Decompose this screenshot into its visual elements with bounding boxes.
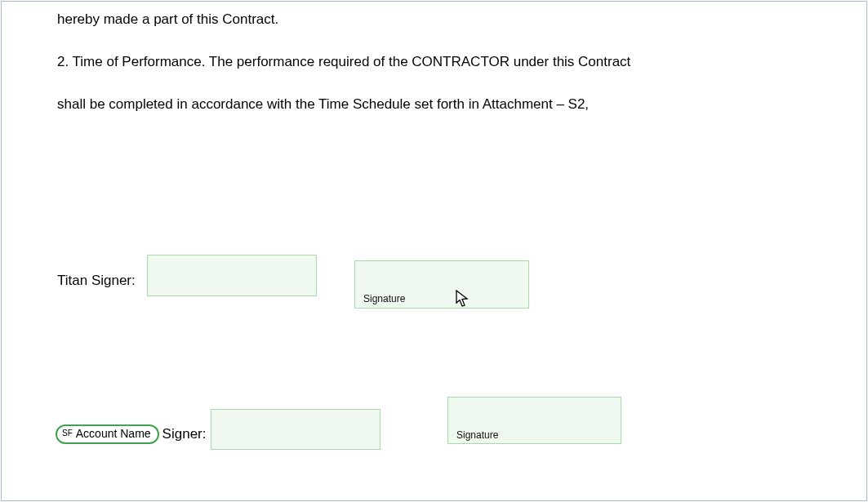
sf-badge: SF	[62, 428, 73, 438]
titan-signature-field[interactable]: Signature	[354, 260, 529, 309]
account-signer-suffix: Signer:	[162, 426, 207, 442]
account-signer-row: SF Account Name Signer:	[56, 419, 381, 450]
account-signer-name-field[interactable]	[211, 409, 381, 450]
titan-signer-name-field[interactable]	[147, 255, 317, 296]
titan-signature-label: Signature	[363, 293, 405, 304]
document-page: hereby made a part of this Contract. 2. …	[1, 1, 867, 501]
contract-paragraph-3: shall be completed in accordance with th…	[57, 95, 811, 114]
titan-signer-row: Titan Signer:	[57, 264, 317, 296]
contract-paragraph-2: 2. Time of Performance. The performance …	[57, 52, 811, 72]
sf-merge-field-label: Account Name	[76, 428, 151, 440]
account-signature-field[interactable]: Signature	[447, 397, 621, 444]
contract-paragraph-1: hereby made a part of this Contract.	[57, 10, 811, 29]
account-signature-label: Signature	[456, 429, 498, 441]
titan-signer-label: Titan Signer:	[57, 273, 136, 289]
sf-merge-field-account-name[interactable]: SF Account Name	[56, 424, 159, 443]
